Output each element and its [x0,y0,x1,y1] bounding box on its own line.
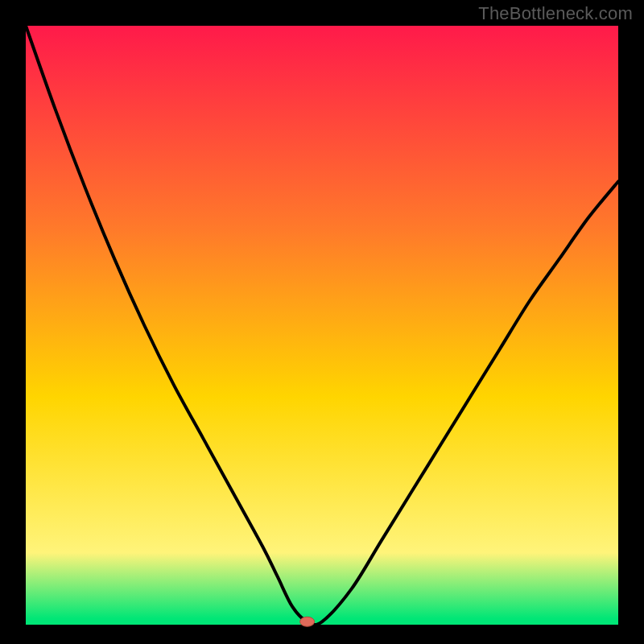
chart-container: TheBottleneck.com [0,0,644,644]
optimal-point-marker [300,617,315,626]
watermark-text: TheBottleneck.com [478,3,633,24]
bottleneck-chart [0,0,644,644]
plot-background [26,26,618,625]
